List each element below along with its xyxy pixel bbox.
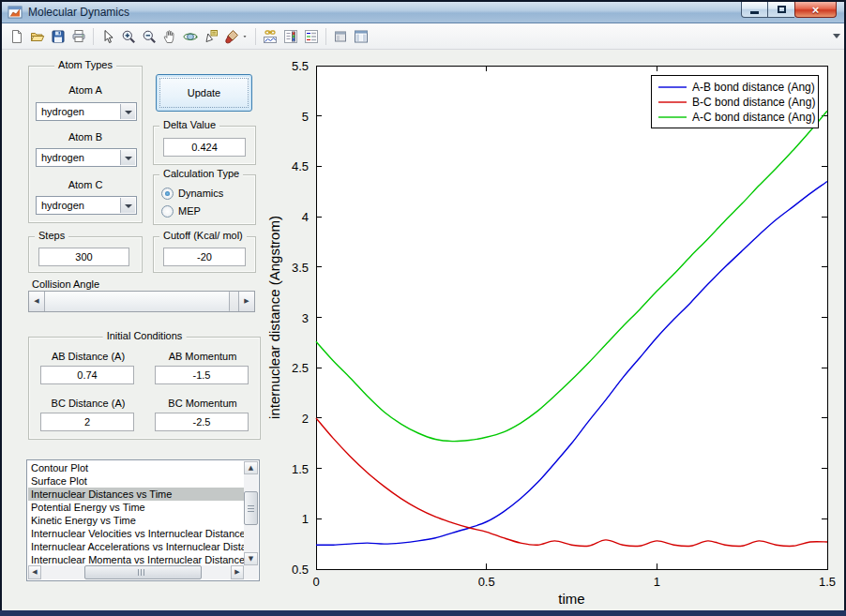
right-arrow-icon: ▶: [234, 569, 239, 576]
list-item[interactable]: Internuclear Accelerations vs Internucle…: [28, 540, 244, 553]
edit-plot-icon[interactable]: [98, 26, 118, 47]
list-item[interactable]: Contour Plot: [28, 461, 244, 474]
ab-momentum-label: AB Momentum: [151, 351, 254, 362]
bc-distance-label: BC Distance (A): [37, 398, 140, 409]
horizontal-scrollbar[interactable]: ◀ ▶: [28, 565, 244, 579]
horizontal-scroll-thumb[interactable]: [84, 565, 202, 579]
window-controls: ×: [741, 2, 837, 18]
open-file-icon[interactable]: [27, 26, 48, 47]
delta-value-input[interactable]: [163, 138, 246, 157]
x-tick-label: 0.5: [478, 575, 495, 589]
show-plot-tools-dock-icon[interactable]: [351, 26, 371, 47]
calculation-type-panel: Calculation Type DynamicsMEP: [153, 174, 256, 225]
zoom-in-icon[interactable]: [118, 26, 139, 47]
radio-icon: [161, 205, 174, 218]
scroll-right-button[interactable]: ▶: [231, 565, 244, 579]
link-plot-icon[interactable]: [260, 26, 280, 47]
atom-a-value: hydrogen: [41, 106, 84, 117]
atom-b-dropdown[interactable]: hydrogen: [36, 148, 137, 167]
right-arrow-icon: ▶: [244, 298, 249, 305]
insert-legend-icon[interactable]: [301, 26, 322, 47]
radio-label: Dynamics: [178, 188, 223, 199]
close-button[interactable]: ×: [794, 2, 837, 18]
panel-title: Atom Types: [54, 59, 116, 70]
list-item[interactable]: Internuclear Velocities vs Internuclear …: [28, 527, 244, 540]
y-tick-label: 2.5: [292, 361, 309, 375]
chevron-down-icon[interactable]: [120, 198, 135, 213]
titlebar[interactable]: Molecular Dynamics ×: [2, 2, 844, 23]
chevron-down-icon[interactable]: [120, 150, 135, 165]
y-tick-label: 2: [302, 412, 309, 426]
maximize-button[interactable]: [768, 2, 794, 18]
radio-mep[interactable]: MEP: [161, 203, 201, 218]
zoom-out-icon[interactable]: [139, 26, 159, 47]
slider-right-arrow[interactable]: ▶: [238, 292, 254, 311]
scroll-up-button[interactable]: ▲: [244, 461, 258, 474]
initial-conditions-panel: Initial Conditions AB Distance (A) AB Mo…: [28, 337, 261, 440]
hide-plot-tools-icon[interactable]: [330, 26, 351, 47]
insert-colorbar-icon[interactable]: [280, 26, 301, 47]
y-axis-label: internuclear distance (Angstrom): [266, 216, 282, 419]
new-figure-icon[interactable]: [7, 26, 27, 47]
chevron-down-icon[interactable]: [120, 104, 135, 119]
y-tick-label: 4: [302, 210, 309, 224]
scrollbar-corner: [244, 565, 258, 579]
delta-value-panel: Delta Value: [153, 126, 256, 165]
scroll-down-button[interactable]: ▼: [244, 552, 258, 565]
figure-content: Atom Types Atom A hydrogen Atom B hydrog…: [2, 50, 844, 610]
toolbar-separator: [322, 26, 330, 47]
list-item[interactable]: Surface Plot: [28, 474, 244, 488]
vertical-scrollbar[interactable]: ▲ ▼: [244, 461, 258, 565]
ab-momentum-input[interactable]: [155, 366, 249, 384]
atom-a-dropdown[interactable]: hydrogen: [36, 102, 137, 121]
vertical-scroll-thumb[interactable]: [244, 491, 258, 525]
data-cursor-icon[interactable]: [201, 26, 221, 47]
print-figure-icon[interactable]: [68, 26, 89, 47]
scroll-left-button[interactable]: ◀: [28, 565, 41, 579]
left-arrow-icon: ◀: [34, 298, 38, 305]
list-item[interactable]: Kinetic Energy vs Time: [28, 514, 244, 527]
bc-momentum-label: BC Momentum: [151, 398, 254, 409]
steps-panel: Steps: [28, 236, 143, 273]
ab-distance-input[interactable]: [40, 366, 134, 384]
list-item[interactable]: Internuclear Momenta vs Internuclear Dis…: [28, 553, 244, 565]
radio-icon: [161, 188, 174, 200]
radio-dynamics[interactable]: Dynamics: [161, 186, 223, 201]
cutoff-panel: Cutoff (Kcal/ mol): [153, 236, 256, 273]
panel-title: Calculation Type: [159, 168, 243, 179]
legend-entry: B-C bond distance (Ang): [692, 96, 815, 109]
figure-window: Molecular Dynamics × Atom Types Atom A h…: [2, 2, 844, 610]
save-figure-icon[interactable]: [48, 26, 68, 47]
x-tick-label: 1: [654, 575, 660, 589]
maximize-icon: [778, 6, 786, 13]
panel-title: Cutoff (Kcal/ mol): [159, 230, 247, 241]
x-axis-label: time: [558, 591, 584, 607]
atom-c-dropdown[interactable]: hydrogen: [36, 196, 137, 215]
y-tick-label: 5: [302, 110, 309, 124]
cutoff-input[interactable]: [163, 248, 246, 266]
list-item[interactable]: Internuclear Distances vs Time: [28, 488, 244, 501]
legend-entry: A-B bond distance (Ang): [692, 81, 815, 94]
atom-types-panel: Atom Types Atom A hydrogen Atom B hydrog…: [28, 66, 143, 223]
brush-dropdown-icon[interactable]: [242, 26, 251, 47]
toolbar-separator: [251, 26, 260, 47]
slider-left-arrow[interactable]: ◀: [29, 292, 45, 311]
y-tick-label: 3.5: [292, 261, 309, 275]
x-tick-label: 1.5: [819, 575, 836, 589]
list-item[interactable]: Potential Energy vs Time: [28, 501, 244, 514]
rotate-3d-icon[interactable]: [180, 26, 201, 47]
legend[interactable]: A-B bond distance (Ang)B-C bond distance…: [651, 75, 818, 128]
update-button[interactable]: Update: [156, 74, 252, 112]
ab-distance-label: AB Distance (A): [37, 351, 140, 362]
brush-icon[interactable]: [221, 26, 242, 47]
minimize-button[interactable]: [741, 2, 768, 18]
toolbar-overflow-icon[interactable]: [833, 34, 840, 42]
bc-distance-input[interactable]: [40, 413, 134, 431]
pan-icon[interactable]: [159, 26, 180, 47]
collision-angle-slider[interactable]: ◀ ▶: [28, 291, 255, 312]
steps-input[interactable]: [38, 248, 129, 266]
plot-type-listbox[interactable]: Contour PlotSurface PlotInternuclear Dis…: [26, 459, 260, 581]
slider-thumb[interactable]: [45, 292, 230, 311]
atom-c-value: hydrogen: [41, 200, 84, 211]
bc-momentum-input[interactable]: [155, 413, 249, 431]
